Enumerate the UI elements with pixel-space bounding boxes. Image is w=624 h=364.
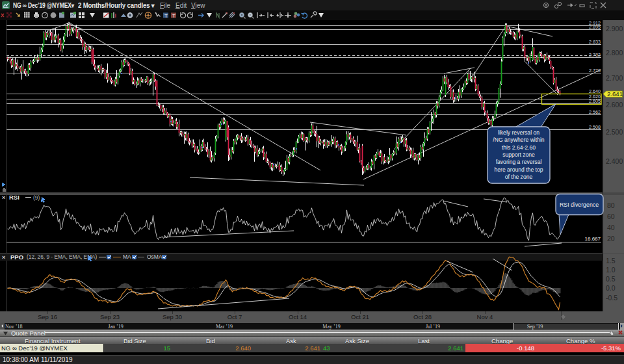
svg-text:(12, 26, 9 - EMA, EMA, EMA): (12, 26, 9 - EMA, EMA, EMA) — [27, 254, 98, 260]
svg-text:Sep 23: Sep 23 — [100, 313, 120, 320]
svg-text:2.900: 2.900 — [606, 25, 623, 32]
svg-text:Oct 7: Oct 7 — [228, 313, 242, 320]
svg-text:MA: MA — [123, 254, 131, 260]
svg-text:Oct 14: Oct 14 — [289, 313, 307, 320]
svg-text:16.667: 16.667 — [585, 236, 601, 242]
svg-text:Jan ’19: Jan ’19 — [108, 324, 123, 330]
svg-text:2.782: 2.782 — [589, 52, 601, 58]
svg-text:Sep ’19: Sep ’19 — [527, 324, 543, 330]
svg-text:T: T — [164, 13, 168, 19]
svg-text:2.562: 2.562 — [589, 109, 601, 115]
svg-text:0.5: 0.5 — [606, 275, 616, 283]
svg-text:May ’19: May ’19 — [322, 324, 340, 330]
svg-text:Oct 21: Oct 21 — [351, 313, 369, 320]
svg-text:2.895: 2.895 — [589, 24, 601, 30]
svg-text:2.700: 2.700 — [606, 74, 623, 82]
svg-text:Sep 16: Sep 16 — [38, 313, 57, 320]
svg-text:60: 60 — [607, 213, 615, 220]
svg-text:PPO: PPO — [10, 254, 23, 261]
svg-text:Mar ’19: Mar ’19 — [216, 324, 233, 330]
svg-text:0.0: 0.0 — [606, 284, 616, 292]
svg-text:/NG anywhere within: /NG anywhere within — [493, 136, 545, 143]
svg-text:2.600: 2.600 — [606, 101, 623, 109]
svg-text:-0.5: -0.5 — [606, 294, 618, 302]
svg-text:40: 40 — [607, 224, 615, 231]
svg-text:2.641: 2.641 — [607, 90, 623, 98]
svg-text:T: T — [172, 13, 176, 19]
svg-text:80: 80 — [607, 202, 615, 209]
svg-text:20: 20 — [607, 235, 615, 242]
svg-text:Nov 4: Nov 4 — [477, 313, 493, 320]
svg-text:2.605: 2.605 — [589, 98, 601, 104]
svg-text:favoring a reversal: favoring a reversal — [496, 159, 542, 165]
svg-text:2.500: 2.500 — [606, 128, 623, 136]
svg-text:Jul ’19: Jul ’19 — [426, 324, 440, 330]
svg-text:Oct 28: Oct 28 — [413, 313, 432, 320]
svg-text:2.400: 2.400 — [606, 157, 623, 165]
svg-text:Sep 30: Sep 30 — [162, 313, 182, 320]
svg-text:of the zone: of the zone — [505, 174, 533, 180]
svg-text:Nov ’18: Nov ’18 — [5, 324, 22, 330]
svg-text:1.0: 1.0 — [606, 266, 616, 274]
svg-text:this 2.64-2.60: this 2.64-2.60 — [502, 144, 536, 151]
svg-text:RSI: RSI — [9, 194, 20, 201]
svg-text:here around the top: here around the top — [494, 166, 543, 173]
svg-text:OsMA: OsMA — [147, 254, 162, 260]
svg-text:1.5: 1.5 — [606, 257, 616, 265]
svg-text:2.833: 2.833 — [589, 39, 601, 45]
svg-text:support zone: support zone — [502, 151, 535, 158]
svg-text:×: × — [2, 194, 5, 201]
svg-text:×: × — [2, 254, 5, 261]
svg-text:likely reversal on: likely reversal on — [498, 129, 540, 136]
svg-text:2.800: 2.800 — [606, 49, 623, 57]
svg-text:(9): (9) — [33, 194, 40, 201]
svg-text:2.508: 2.508 — [589, 124, 601, 130]
svg-text:RSI divergence: RSI divergence — [560, 202, 599, 208]
